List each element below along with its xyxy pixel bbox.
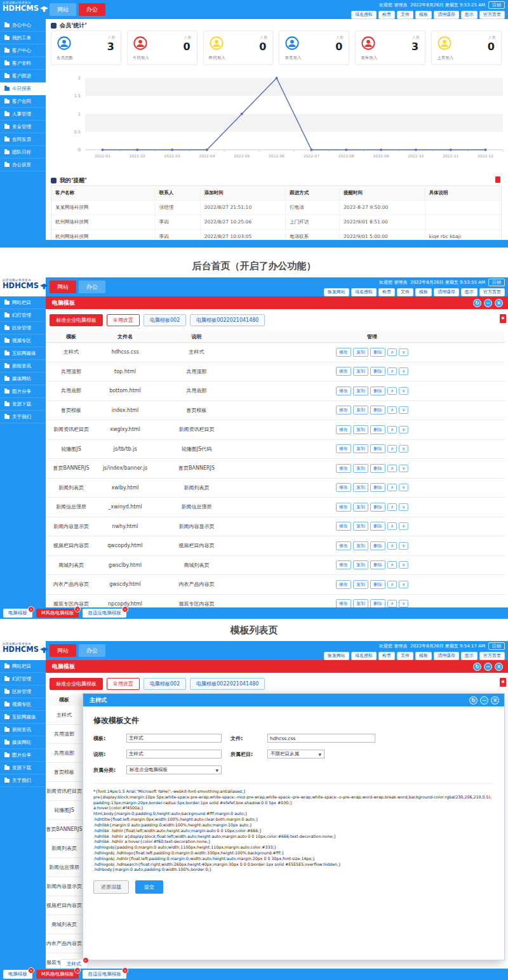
quick-button[interactable]: 域名授权 — [351, 11, 377, 19]
description-input[interactable] — [126, 750, 222, 758]
row-action-button[interactable]: 删除 — [370, 560, 385, 569]
row-action-button[interactable]: 修改 — [336, 483, 351, 492]
row-action-button[interactable]: 复制 — [353, 406, 368, 414]
row-action-button[interactable]: 删除 — [370, 522, 385, 531]
sidebar-item[interactable]: 人事管理 — [0, 108, 46, 121]
row-action-button[interactable]: ∧ — [387, 484, 397, 491]
quick-button[interactable]: 清理缓存 — [434, 288, 459, 296]
row-action-button[interactable]: 复制 — [353, 541, 368, 550]
row-action-button[interactable]: 删除 — [370, 425, 385, 434]
row-action-button[interactable]: ∨ — [399, 581, 408, 588]
row-action-button[interactable]: 删除 — [370, 483, 385, 492]
template-name[interactable]: 首页模板 — [46, 763, 83, 782]
row-action-button[interactable]: ∧ — [387, 406, 397, 414]
quick-button[interactable]: 域名授权 — [351, 652, 377, 660]
sidebar-item[interactable]: 视频专区 — [0, 334, 46, 347]
row-action-button[interactable]: ∨ — [399, 600, 408, 607]
quick-button[interactable]: 检查 — [378, 288, 395, 296]
row-action-button[interactable]: 复制 — [353, 522, 368, 531]
row-action-button[interactable]: 复制 — [353, 503, 368, 512]
template-name[interactable]: 主样式 — [46, 706, 83, 725]
open-window-tab[interactable]: 自适应电脑模板 × — [83, 609, 126, 618]
row-action-button[interactable]: ∨ — [399, 561, 408, 569]
row-action-button[interactable]: ∧ — [387, 368, 397, 375]
template-name[interactable]: 新闻信息弹层 — [46, 858, 83, 877]
template-name[interactable]: 视频栏目内容页 — [46, 896, 83, 915]
row-action-button[interactable]: ∨ — [399, 406, 408, 414]
row-action-button[interactable]: 删除 — [370, 444, 385, 453]
quick-button[interactable]: 官方首页 — [479, 11, 505, 19]
template-name[interactable]: 新闻资讯栏目页 — [46, 782, 83, 801]
template-set-tab[interactable]: 标准企业电脑模板 — [50, 314, 103, 326]
sidebar-item[interactable]: 客户跟进 — [0, 70, 46, 83]
template-name[interactable]: 新闻内容显示页 — [46, 877, 83, 896]
row-action-button[interactable]: 复制 — [353, 425, 368, 434]
sidebar-item[interactable]: 客户资料 — [0, 57, 46, 70]
close-icon[interactable]: × — [491, 696, 499, 705]
sidebar-item[interactable]: 办公设置 — [0, 159, 46, 171]
sidebar-item[interactable]: 图片分享 — [0, 385, 46, 398]
open-window-tab[interactable]: M风格电脑模板 × — [36, 609, 79, 618]
close-tab-icon[interactable]: × — [74, 606, 81, 612]
row-action-button[interactable]: 修改 — [336, 348, 351, 357]
tab-website[interactable]: 网站 — [50, 3, 76, 16]
sidebar-item[interactable]: 互联网媒体 — [0, 347, 46, 360]
template-name[interactable]: 共用底部 — [46, 744, 83, 763]
row-action-button[interactable]: 修改 — [336, 464, 351, 473]
open-window-tab[interactable]: M风格电脑模板 × — [36, 970, 79, 979]
row-action-button[interactable]: 修改 — [336, 560, 351, 569]
tab-office[interactable]: 办公 — [79, 281, 105, 293]
sidebar-item[interactable]: 网站栏目 — [0, 296, 46, 309]
row-action-button[interactable]: 修改 — [336, 541, 351, 550]
row-action-button[interactable]: ∧ — [387, 465, 397, 472]
logout-button[interactable]: 注销 — [488, 279, 505, 286]
sidebar-item[interactable]: 资源下载 — [0, 398, 46, 411]
row-action-button[interactable]: 复制 — [353, 367, 368, 376]
sidebar-item[interactable]: 新闻资讯 — [0, 724, 46, 736]
template-name[interactable]: 轮播图JS — [46, 801, 83, 820]
row-action-button[interactable]: 删除 — [370, 406, 385, 414]
row-action-button[interactable]: 修改 — [336, 406, 351, 414]
bookmark-icon[interactable] — [500, 314, 506, 323]
row-action-button[interactable]: ∨ — [399, 465, 408, 472]
row-action-button[interactable]: ∧ — [387, 522, 397, 530]
quick-button[interactable]: 恢复网站 — [324, 652, 349, 660]
row-action-button[interactable]: ∨ — [399, 426, 408, 434]
quick-button[interactable]: 图示 — [461, 288, 478, 296]
close-tab-icon[interactable]: × — [28, 967, 34, 974]
sidebar-item[interactable]: 资金管理 — [0, 121, 46, 133]
quick-button[interactable]: 文件 — [397, 288, 413, 296]
sidebar-item[interactable]: 今日报表 — [0, 83, 46, 95]
sidebar-item[interactable]: 幻灯管理 — [0, 309, 46, 322]
minimize-icon[interactable]: − — [484, 299, 492, 307]
sidebar-item[interactable]: 客户中心 — [0, 44, 46, 57]
close-tab-icon[interactable]: × — [122, 967, 128, 974]
row-action-button[interactable]: 删除 — [370, 503, 385, 512]
refresh-icon[interactable]: ↻ — [473, 663, 481, 671]
row-action-button[interactable]: 删除 — [370, 541, 385, 550]
open-file-tab[interactable]: 主样式 × — [60, 959, 88, 969]
sidebar-item[interactable]: 互联网媒体 — [0, 711, 46, 724]
row-action-button[interactable]: 复制 — [353, 387, 368, 395]
row-action-button[interactable]: 删除 — [370, 580, 385, 589]
sidebar-item[interactable]: 关于我们 — [0, 411, 46, 423]
row-action-button[interactable]: ∨ — [399, 542, 408, 550]
row-action-button[interactable]: ∨ — [399, 368, 408, 375]
file-name-input[interactable] — [267, 734, 375, 743]
logout-button[interactable]: 注销 — [488, 1, 505, 9]
quick-button[interactable]: 模板 — [415, 288, 432, 296]
tab-website[interactable]: 网站 — [50, 281, 76, 293]
tab-office[interactable]: 办公 — [79, 644, 105, 657]
quick-button[interactable]: 官方首页 — [479, 652, 505, 660]
template-set-tab[interactable]: 常用设置 — [107, 314, 140, 326]
template-name[interactable]: 首页BANNERJS — [46, 820, 83, 839]
row-action-button[interactable]: 删除 — [370, 387, 385, 395]
row-action-button[interactable]: 修改 — [336, 522, 351, 531]
row-action-button[interactable]: 复制 — [353, 464, 368, 473]
category-select[interactable]: 标准企业电脑模板▼ — [126, 765, 222, 774]
sidebar-item[interactable]: 视频专区 — [0, 698, 46, 711]
tab-office[interactable]: 办公 — [79, 3, 105, 16]
table-row[interactable]: 某某网络科技网张经理2022/8/27 21:51:10 打电话2022-8-2… — [51, 200, 501, 215]
template-set-tab[interactable]: 标准企业电脑模板 — [50, 678, 103, 690]
row-action-button[interactable]: ∧ — [387, 387, 397, 395]
